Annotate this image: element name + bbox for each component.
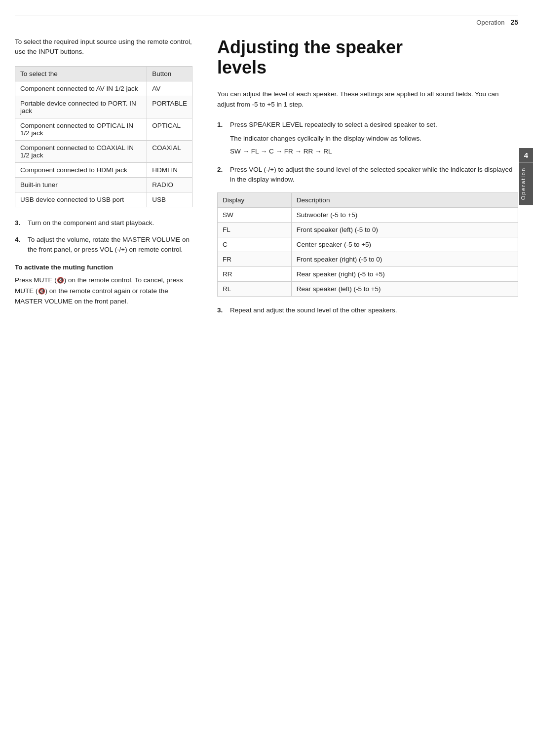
display-code: C (218, 237, 292, 252)
muting-title: To activate the muting function (15, 264, 192, 271)
step-4: 4. To adjust the volume, rotate the MAST… (15, 235, 192, 255)
source-button: PORTABLE (147, 96, 192, 118)
step-4-num: 4. (15, 235, 24, 255)
display-table-row: FLFront speaker (left) (-5 to 0) (218, 223, 518, 237)
source-button: AV (147, 81, 192, 96)
display-code: SW (218, 208, 292, 223)
source-description: Built-in tuner (15, 177, 147, 192)
title-line2: levels (217, 57, 266, 77)
mute-icon-1: 🔇 (57, 277, 64, 284)
source-button: COAXIAL (147, 140, 192, 162)
source-button: HDMI IN (147, 162, 192, 177)
display-description: Front speaker (left) (-5 to 0) (291, 223, 518, 237)
source-description: USB device connected to USB port (15, 192, 147, 207)
source-button: RADIO (147, 177, 192, 192)
source-table-row: Component connected to COAXIAL IN 1/2 ja… (15, 140, 192, 162)
display-table-col1-header: Display (218, 193, 292, 208)
right-step-1-num: 1. (217, 120, 226, 157)
right-step-3-text: Repeat and adjust the sound level of the… (230, 305, 518, 315)
source-table-row: Portable device connected to PORT. IN ja… (15, 96, 192, 118)
display-table-row: CCenter speaker (-5 to +5) (218, 237, 518, 252)
right-step-1-content: Press SPEAKER LEVEL repeatedly to select… (230, 120, 518, 157)
left-column: To select the required input source usin… (15, 37, 207, 323)
source-table-row: Built-in tunerRADIO (15, 177, 192, 192)
right-step-1: 1. Press SPEAKER LEVEL repeatedly to sel… (217, 120, 518, 157)
step-4-text: To adjust the volume, rotate the MASTER … (28, 235, 192, 255)
source-description: Portable device connected to PORT. IN ja… (15, 96, 147, 118)
section-intro: You can adjust the level of each speaker… (217, 89, 518, 110)
source-table: To select the Button Component connected… (15, 66, 192, 207)
right-step-2: 2. Press VOL (-/+) to adjust the sound l… (217, 165, 518, 185)
display-table: Display Description SWSubwoofer (-5 to +… (217, 192, 518, 297)
display-table-row: FRFront speaker (right) (-5 to 0) (218, 252, 518, 267)
source-table-row: Component connected to OPTICAL IN 1/2 ja… (15, 118, 192, 140)
header-section-label: Operation (476, 19, 504, 26)
source-table-col2-header: Button (147, 66, 192, 81)
right-step-1-sub1: The indicator changes cyclically in the … (230, 134, 518, 144)
arrow3: → (276, 148, 283, 155)
right-step-2-num: 2. (217, 165, 226, 185)
display-table-row: RLRear speaker (left) (-5 to +5) (218, 282, 518, 297)
display-code: RR (218, 267, 292, 282)
indicator-formula: SW → FL → C → FR → RR → RL (230, 147, 518, 156)
display-description: Center speaker (-5 to +5) (291, 237, 518, 252)
display-description: Rear speaker (left) (-5 to +5) (291, 282, 518, 297)
muting-text: Press MUTE (🔇) on the remote control. To… (15, 275, 192, 307)
arrow5: → (315, 148, 322, 155)
header-row: Operation 25 (0, 15, 533, 27)
source-description: Component connected to HDMI jack (15, 162, 147, 177)
source-description: Component connected to AV IN 1/2 jack (15, 81, 147, 96)
display-table-row: RRRear speaker (right) (-5 to +5) (218, 267, 518, 282)
mute-icon-2: 🔇 (38, 288, 45, 295)
source-table-row: USB device connected to USB portUSB (15, 192, 192, 207)
right-step-3: 3. Repeat and adjust the sound level of … (217, 305, 518, 315)
sidebar-label: Operation (519, 162, 533, 205)
steps-right: 1. Press SPEAKER LEVEL repeatedly to sel… (217, 120, 518, 316)
display-table-col2-header: Description (291, 193, 518, 208)
sidebar-number: 4 (519, 148, 533, 162)
display-code: FL (218, 223, 292, 237)
title-line1: Adjusting the speaker (217, 37, 403, 57)
right-step-1-text: Press SPEAKER LEVEL repeatedly to select… (230, 121, 437, 128)
arrow4: → (295, 148, 302, 155)
arrow2: → (261, 148, 267, 155)
display-table-row: SWSubwoofer (-5 to +5) (218, 208, 518, 223)
source-button: OPTICAL (147, 118, 192, 140)
source-button: USB (147, 192, 192, 207)
display-code: FR (218, 252, 292, 267)
arrow1: → (243, 148, 250, 155)
right-step-3-num: 3. (217, 305, 226, 315)
header-page-number: 25 (510, 18, 518, 26)
page-container: Operation 25 To select the required inpu… (0, 0, 533, 756)
muting-section: To activate the muting function Press MU… (15, 264, 192, 307)
source-description: Component connected to COAXIAL IN 1/2 ja… (15, 140, 147, 162)
intro-text: To select the required input source usin… (15, 37, 192, 57)
steps-left: 3. Turn on the component and start playb… (15, 218, 192, 255)
step-3-text: Turn on the component and start playback… (28, 218, 192, 228)
source-table-col1-header: To select the (15, 66, 147, 81)
source-table-row: Component connected to HDMI jackHDMI IN (15, 162, 192, 177)
right-sidebar: 4 Operation (519, 148, 533, 205)
source-description: Component connected to OPTICAL IN 1/2 ja… (15, 118, 147, 140)
right-column: Adjusting the speaker levels You can adj… (207, 37, 518, 323)
section-title: Adjusting the speaker levels (217, 37, 518, 78)
step-3-num: 3. (15, 218, 24, 228)
display-description: Front speaker (right) (-5 to 0) (291, 252, 518, 267)
main-content: To select the required input source usin… (0, 27, 533, 338)
right-step-2-text: Press VOL (-/+) to adjust the sound leve… (230, 165, 518, 185)
display-code: RL (218, 282, 292, 297)
display-description: Rear speaker (right) (-5 to +5) (291, 267, 518, 282)
source-table-row: Component connected to AV IN 1/2 jackAV (15, 81, 192, 96)
step-3: 3. Turn on the component and start playb… (15, 218, 192, 228)
display-description: Subwoofer (-5 to +5) (291, 208, 518, 223)
